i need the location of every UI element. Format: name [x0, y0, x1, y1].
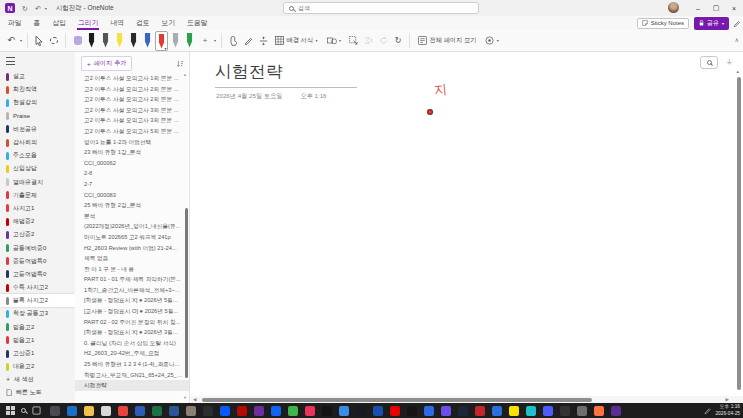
page-list-item[interactable]: 영어1 능률 1-2과 어법선택 [75, 137, 189, 148]
touch-draw-button[interactable] [227, 32, 239, 49]
menu-tab[interactable]: 파일 [2, 16, 28, 30]
scroll-left-icon[interactable]: ◀ [193, 397, 196, 402]
horizontal-scroll-thumb[interactable] [202, 398, 592, 402]
sidebar-section-item[interactable]: 비전공유 [0, 123, 75, 136]
add-pen-caret-icon[interactable]: ▾ [214, 38, 216, 43]
zoom-widget[interactable] [700, 56, 718, 69]
page-scroll-up-icon[interactable]: ▲ [183, 72, 187, 77]
sidebar-section-item[interactable]: Praise [0, 110, 75, 123]
sidebar-section-item[interactable]: 블록 사지고2 [0, 294, 75, 307]
taskbar-app-icon[interactable] [186, 406, 196, 416]
taskbar-app-icon[interactable] [101, 406, 111, 416]
page-list-item[interactable]: CCI_000083 [75, 190, 189, 201]
page-list-item[interactable]: 25 빠바 유형편 1 2 3 4 (1-4)_최종나... [75, 359, 189, 370]
page-scroll-down-icon[interactable]: ▼ [183, 395, 187, 400]
sidebar-section-item[interactable]: 공통예비중0 [0, 241, 75, 254]
page-list-item[interactable]: PART 02 - 02 주어진 문장의 위치 찾... [75, 317, 189, 328]
taskbar-app-icon[interactable] [475, 406, 485, 416]
page-list-item[interactable]: 고2 이투스 사설 모의고사 2회 본문 ... [75, 84, 189, 95]
ribbon-collapse-icon[interactable]: ∧ [735, 36, 739, 43]
sidebar-section-item[interactable]: 해법중2 [0, 215, 75, 228]
page-title[interactable]: 시험전략 [215, 61, 283, 83]
sidebar-section-item[interactable]: 중등어법특0 [0, 255, 75, 268]
pen-button[interactable]: ▾ [169, 31, 182, 51]
taskbar-app-icon[interactable] [339, 406, 349, 416]
menu-tab[interactable]: 그리기 [72, 16, 104, 30]
page-list-item[interactable]: 고2 이투스 사설 모의고사 5회 본문 ... [75, 126, 189, 137]
taskbar-app-icon[interactable] [543, 406, 553, 416]
menu-tab[interactable]: 도움말 [181, 16, 213, 30]
page-list-item[interactable]: 시험전략 [75, 380, 189, 391]
taskbar-app-icon[interactable] [441, 406, 451, 416]
taskbar-app-icon[interactable] [50, 406, 60, 416]
canvas-scroll-up-icon[interactable]: ▲ [736, 69, 740, 74]
maximize-button[interactable]: ▢ [707, 0, 725, 16]
page-list-item[interactable]: 고2 이투스 사설 모의고사 3회 본문 ... [75, 115, 189, 126]
page-list-item[interactable]: H2_2603_20-42번_주제_요점 [75, 348, 189, 359]
search-input[interactable] [298, 5, 473, 11]
taskbar-app-icon[interactable] [594, 406, 604, 416]
taskbar-app-icon[interactable] [356, 406, 366, 416]
taskbar-app-icon[interactable] [152, 406, 162, 416]
menu-tab[interactable]: 보기 [156, 16, 182, 30]
sidebar-section-item[interactable]: 기출문제 [0, 189, 75, 202]
taskbar-app-icon[interactable] [322, 406, 332, 416]
undo-caret-icon[interactable]: ▾ [20, 38, 22, 43]
page-list-item[interactable]: 고2 이투스 사설 모의고사 2회 본문 ... [75, 94, 189, 105]
page-list-item[interactable]: 0. 클리닝 (자리 순서 삽입 오탈 서식) [75, 338, 189, 349]
new-section-button[interactable]: + 새 섹션 [0, 373, 75, 386]
search-box[interactable] [283, 2, 479, 14]
page-list-item[interactable]: 1학기_중간고사_바른해석_전체+3~4과 [75, 285, 189, 296]
page-list-item[interactable]: 23 빠바 유형 1강_분석 [75, 147, 189, 158]
page-list-item[interactable]: 고2 이투스 사설 모의고사 3회 본문 ... [75, 105, 189, 116]
taskbar-app-icon[interactable] [509, 406, 519, 416]
sidebar-section-item[interactable]: 주소모음 [0, 149, 75, 162]
sidebar-section-item[interactable]: 믿음고1 [0, 334, 75, 347]
sidebar-section-item[interactable]: 현설강의 [0, 96, 75, 109]
sidebar-section-item[interactable]: 감사회의 [0, 136, 75, 149]
task-view-button[interactable] [30, 403, 43, 418]
pen-button[interactable]: ▾ [71, 31, 84, 51]
undo-button[interactable]: ↶ [5, 32, 17, 49]
lasso-select-button[interactable] [48, 32, 60, 49]
page-list-item[interactable]: 분석 [75, 211, 189, 222]
taskbar-app-icon[interactable] [526, 406, 536, 416]
ink-to-shape-button[interactable]: ▾ [324, 34, 345, 47]
page-list-item[interactable]: 제목 없음 [75, 253, 189, 264]
taskbar-app-icon[interactable] [220, 406, 230, 416]
taskbar-app-icon[interactable] [577, 406, 587, 416]
menu-tab[interactable]: 내역 [104, 16, 130, 30]
taskbar-app-icon[interactable] [390, 406, 400, 416]
minimize-button[interactable]: – [689, 0, 707, 16]
ink-replay-button[interactable]: ↻ [392, 32, 404, 49]
quick-notes-button[interactable]: 빠른 노트 [0, 386, 75, 399]
page-list-item[interactable]: [교사용 - 정답표시 O] ● 2026년 5월... [75, 306, 189, 317]
pen-button[interactable]: ▾ [85, 31, 98, 51]
background-format-button[interactable]: 배경 서식 ▾ [272, 34, 321, 47]
taskbar-search-button[interactable] [17, 403, 30, 418]
taskbar-app-icon[interactable] [84, 406, 94, 416]
page-list-item[interactable]: CCI_000062 [75, 158, 189, 169]
hamburger-menu-icon[interactable] [6, 57, 16, 65]
page-list-item[interactable]: 한 아 1 구 문 - 내 용 [75, 264, 189, 275]
page-list-item[interactable]: PART 01 - 01 주제·제목 파악하기(본... [75, 274, 189, 285]
taskbar-app-icon[interactable] [118, 406, 128, 416]
sidebar-section-item[interactable]: 사지고1 [0, 202, 75, 215]
page-list-item[interactable]: 2-7 [75, 179, 189, 190]
sidebar-section-item[interactable]: 대응고2 [0, 360, 75, 373]
start-button[interactable] [4, 403, 17, 418]
tray-clock[interactable]: 오후 1:16 2026-04-25 [715, 404, 740, 416]
taskbar-app-icon[interactable] [492, 406, 502, 416]
taskbar-app-icon[interactable] [237, 406, 247, 416]
sidebar-section-item[interactable]: 고산중1 [0, 347, 75, 360]
pen-button[interactable]: ▾ [99, 31, 112, 51]
close-button[interactable]: × [725, 0, 743, 16]
menu-tab[interactable]: 삽입 [46, 16, 72, 30]
taskbar-app-icon[interactable] [254, 406, 264, 416]
expand-icon[interactable]: ⇲ [725, 57, 734, 66]
sidebar-section-item[interactable]: 믿음고2 [0, 321, 75, 334]
taskbar-app-icon[interactable] [560, 406, 570, 416]
sidebar-section-item[interactable]: 고등어법특0 [0, 268, 75, 281]
canvas-vertical-scrollbar[interactable] [737, 77, 741, 390]
page-list-item[interactable]: 2-8 [75, 168, 189, 179]
